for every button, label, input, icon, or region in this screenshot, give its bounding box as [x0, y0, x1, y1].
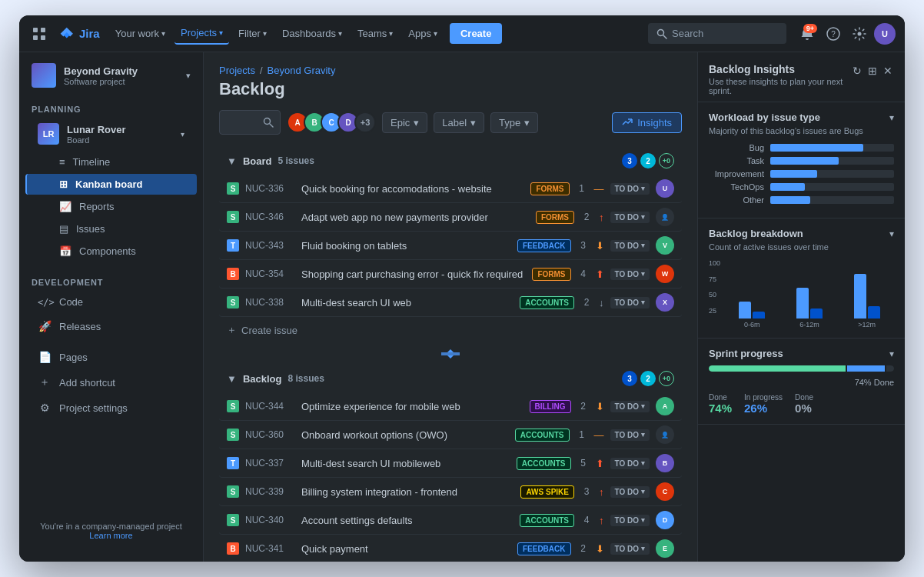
create-button[interactable]: Create	[450, 23, 502, 44]
table-row[interactable]: S NUC-346 Adapt web app no new payments …	[219, 203, 682, 232]
workload-section-header[interactable]: Workload by issue type ▾	[709, 112, 894, 123]
nav-filter[interactable]: Filter ▾	[232, 23, 273, 44]
issue-tag: ACCOUNTS	[520, 296, 574, 309]
issue-avatar: W	[656, 265, 674, 283]
issue-type-story-icon: S	[227, 514, 239, 526]
reports-label: Reports	[79, 201, 115, 212]
table-row[interactable]: S NUC-339 Billing system integration - f…	[219, 478, 682, 506]
help-button[interactable]: ?	[822, 22, 845, 45]
user-avatar[interactable]: U	[874, 23, 896, 45]
sidebar-item-project-settings[interactable]: ⚙ Project settings	[25, 396, 197, 419]
breadcrumb-projects[interactable]: Projects	[219, 65, 255, 76]
insights-refresh-icon[interactable]: ↻	[851, 63, 863, 78]
label-filter[interactable]: Label ▾	[434, 112, 484, 133]
sidebar-item-lunar-rover[interactable]: LR Lunar Rover Board ▾	[25, 118, 197, 150]
table-row[interactable]: S NUC-344 Optimize experience for mobile…	[219, 392, 682, 421]
status-todo[interactable]: TO DO▾	[610, 429, 650, 441]
issue-type-story-icon: S	[227, 429, 239, 441]
sidebar-item-releases[interactable]: 🚀 Releases	[25, 315, 197, 338]
issue-avatar: A	[656, 397, 674, 415]
avatar-stack[interactable]: A B C D +3	[287, 112, 376, 133]
breakdown-section: Backlog breakdown ▾ Count of active issu…	[698, 218, 905, 339]
sidebar-item-components[interactable]: 📅 Components	[25, 241, 197, 262]
sidebar-item-issues[interactable]: ▤ Issues	[25, 218, 197, 239]
issue-avatar: C	[656, 482, 674, 501]
sprint-progress-header[interactable]: Sprint progress ▾	[709, 348, 894, 359]
breadcrumb-project[interactable]: Beyond Gravity	[268, 65, 336, 76]
nav-projects[interactable]: Projects ▾	[174, 22, 229, 45]
issue-avatar: E	[656, 539, 674, 558]
backlog-section-header[interactable]: ▼ Backlog 8 issues 3 2 +0	[219, 365, 682, 392]
svg-line-5	[663, 35, 666, 38]
board-badge-1: 3	[622, 153, 637, 168]
issue-tag: FORMS	[532, 268, 570, 281]
priority-medium-icon: ⬇	[596, 401, 604, 412]
project-settings-label: Project settings	[59, 402, 128, 414]
nav-teams[interactable]: Teams ▾	[351, 23, 399, 44]
search-box[interactable]: Search	[648, 23, 786, 44]
issue-type-task-icon: T	[227, 239, 239, 252]
table-row[interactable]: T NUC-337 Multi-dest search UI mobileweb…	[219, 449, 682, 478]
settings-button[interactable]	[848, 22, 871, 45]
kanban-label: Kanban board	[75, 178, 142, 190]
notifications-button[interactable]: 9+	[796, 22, 819, 45]
status-todo[interactable]: TO DO▾	[610, 297, 650, 309]
board-section: ▼ Board 5 issues 3 2 +0 S NUC-336 Quic	[219, 147, 682, 343]
table-row[interactable]: S NUC-338 Multi-dest search UI web ACCOU…	[219, 288, 682, 317]
status-todo[interactable]: TO DO▾	[610, 458, 650, 469]
workload-row-improvement: Improvement	[709, 169, 894, 178]
insights-button[interactable]: Insights	[612, 112, 682, 133]
sidebar-item-reports[interactable]: 📈 Reports	[25, 196, 197, 217]
status-todo[interactable]: TO DO▾	[610, 543, 650, 555]
status-todo[interactable]: TO DO▾	[610, 401, 650, 412]
table-row[interactable]: T NUC-343 Fluid booking on tablets FEEDB…	[219, 232, 682, 260]
backlog-badge-1: 3	[622, 371, 637, 386]
issues-label: Issues	[76, 223, 105, 235]
svg-marker-14	[447, 349, 454, 352]
sidebar-item-code[interactable]: </> Code	[25, 291, 197, 313]
nav-dashboards[interactable]: Dashboards ▾	[276, 23, 348, 44]
sidebar-item-kanban[interactable]: ⊞ Kanban board	[25, 174, 197, 195]
pages-icon: 📄	[38, 351, 52, 363]
status-todo[interactable]: TO DO▾	[610, 240, 650, 252]
table-row[interactable]: B NUC-354 Shopping cart purchasing error…	[219, 260, 682, 288]
status-todo[interactable]: TO DO▾	[610, 515, 650, 526]
priority-high-icon: ↑	[599, 515, 604, 526]
project-name: Beyond Gravity	[64, 65, 178, 77]
grid-icon[interactable]	[28, 23, 50, 45]
issue-type-bug-icon: B	[227, 268, 239, 280]
priority-low-icon: ↓	[599, 297, 604, 309]
jira-logo: Jira	[59, 26, 100, 42]
status-todo[interactable]: TO DO▾	[610, 183, 650, 195]
insights-settings-icon[interactable]: ⊞	[866, 63, 879, 78]
nav-apps[interactable]: Apps ▾	[402, 23, 444, 44]
table-row[interactable]: S NUC-336 Quick booking for accomodation…	[219, 175, 682, 203]
svg-point-9	[264, 118, 271, 125]
type-filter[interactable]: Type ▾	[490, 112, 538, 133]
nav-your-work[interactable]: Your work ▾	[109, 23, 171, 44]
status-todo[interactable]: TO DO▾	[610, 486, 650, 498]
breakdown-section-header[interactable]: Backlog breakdown ▾	[709, 228, 894, 239]
epic-filter[interactable]: Epic ▾	[382, 112, 427, 133]
status-todo[interactable]: TO DO▾	[610, 212, 650, 223]
issue-tag: FORMS	[536, 211, 574, 224]
sidebar-learn-more-link[interactable]: Learn more	[89, 531, 132, 540]
sidebar-item-pages[interactable]: 📄 Pages	[25, 345, 197, 369]
bar-group-6-12m: 6-12m	[783, 263, 837, 329]
search-filter-input[interactable]	[219, 110, 281, 135]
sprint-chevron-icon: ▾	[889, 349, 894, 359]
project-header[interactable]: Beyond Gravity Software project ▾	[19, 52, 203, 95]
table-row[interactable]: S NUC-360 Onboard workout options (OWO) …	[219, 421, 682, 449]
board-section-header[interactable]: ▼ Board 5 issues 3 2 +0	[219, 147, 682, 175]
table-row[interactable]: B NUC-341 Quick payment FEEDBACK 2 ⬇ TO …	[219, 535, 682, 562]
create-issue-button[interactable]: ＋ Create issue	[219, 317, 682, 343]
status-todo[interactable]: TO DO▾	[610, 268, 650, 280]
insights-close-icon[interactable]: ✕	[882, 63, 894, 78]
sidebar-item-timeline[interactable]: ≡ Timeline	[25, 152, 197, 172]
svg-point-4	[658, 29, 664, 35]
workload-section: Workload by issue type ▾ Majority of thi…	[698, 102, 905, 218]
sidebar-item-add-shortcut[interactable]: ＋ Add shortcut	[25, 370, 197, 395]
table-row[interactable]: S NUC-340 Account settings defaults ACCO…	[219, 506, 682, 535]
drag-handle[interactable]	[219, 343, 682, 365]
workload-chevron-icon: ▾	[889, 112, 894, 123]
